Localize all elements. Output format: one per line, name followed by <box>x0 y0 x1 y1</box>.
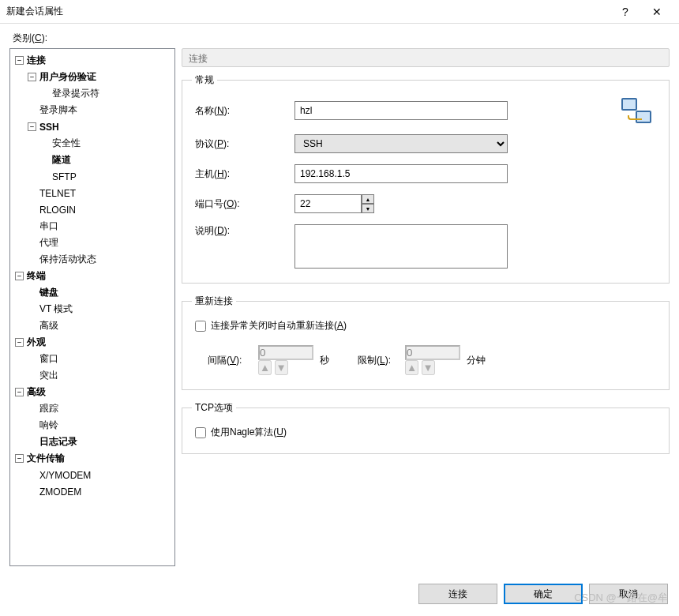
tree-item-label: 键盘 <box>39 286 58 299</box>
tree-item-label: 保持活动状态 <box>39 253 96 266</box>
tree-item-label: RLOGIN <box>39 205 76 216</box>
tree-item[interactable]: −用户身份验证 <box>10 69 174 85</box>
tree-item[interactable]: 键盘 <box>10 284 174 301</box>
panel-title: 连接 <box>182 48 670 67</box>
tree-item[interactable]: −终端 <box>10 268 174 284</box>
general-group: 常规 名称(N): 协议(P): SSH 主机(H): 端口号(O): <box>182 73 670 284</box>
auto-reconnect-label: 连接异常关闭时自动重新连接(A) <box>211 319 347 332</box>
tree-item[interactable]: ZMODEM <box>10 483 174 500</box>
port-up[interactable]: ▲ <box>362 194 374 204</box>
window-title: 新建会话属性 <box>6 5 610 18</box>
interval-spinner: ▲ ▼ <box>258 345 313 375</box>
host-label: 主机(H): <box>192 167 294 181</box>
tree-item-label: VT 模式 <box>39 302 73 316</box>
titlebar: 新建会话属性 ? ✕ <box>0 0 679 24</box>
host-input[interactable] <box>294 164 508 183</box>
general-legend: 常规 <box>192 73 217 87</box>
tree-item[interactable]: 突出 <box>10 367 174 384</box>
limit-down: ▼ <box>422 360 435 375</box>
tree-item[interactable]: 保持活动状态 <box>10 251 174 268</box>
tree-item-label: 突出 <box>39 369 58 382</box>
port-down[interactable]: ▼ <box>362 204 374 213</box>
tree-item[interactable]: −外观 <box>10 334 174 351</box>
tree-item[interactable]: 串口 <box>10 218 174 235</box>
tree-item-label: 连接 <box>27 54 46 67</box>
interval-up: ▲ <box>258 360 272 375</box>
tree-item-label: SFTP <box>52 171 77 182</box>
desc-textarea[interactable] <box>294 224 508 269</box>
connection-icon <box>621 98 651 123</box>
tree-item-label: 外观 <box>27 336 46 349</box>
reconnect-group: 重新连接 连接异常关闭时自动重新连接(A) 间隔(V): ▲ ▼ 秒 限制(L)… <box>182 295 670 390</box>
tree-item-label: 响铃 <box>39 419 58 432</box>
tree-item[interactable]: 高级 <box>10 317 174 334</box>
limit-label: 限制(L): <box>358 354 405 367</box>
category-label: 类别(C): <box>0 24 679 48</box>
tree-item-label: 代理 <box>39 236 58 250</box>
tree-item-label: SSH <box>39 122 59 133</box>
interval-input <box>258 345 313 360</box>
collapse-icon[interactable]: − <box>15 338 24 347</box>
tree-item-label: 窗口 <box>39 352 58 366</box>
tree-item-label: 安全性 <box>52 137 81 150</box>
footer: 连接 确定 取消 <box>0 576 679 612</box>
tree-item-label: 文件传输 <box>27 452 65 465</box>
tree-item[interactable]: VT 模式 <box>10 301 174 317</box>
limit-up: ▲ <box>405 360 418 375</box>
tree-item-label: 登录脚本 <box>39 103 77 117</box>
tree-item-label: 登录提示符 <box>52 87 99 100</box>
tree-item[interactable]: 登录提示符 <box>10 85 174 102</box>
tree-item-label: 用户身份验证 <box>39 70 96 84</box>
tree-item[interactable]: TELNET <box>10 185 174 201</box>
interval-unit: 秒 <box>320 354 329 367</box>
collapse-icon[interactable]: − <box>15 454 24 463</box>
help-button[interactable]: ? <box>610 0 641 24</box>
port-input[interactable] <box>294 194 362 213</box>
tree-item-label: 跟踪 <box>39 402 58 415</box>
auto-reconnect-checkbox[interactable] <box>195 321 206 332</box>
name-input[interactable] <box>294 101 508 120</box>
tree-item-label: X/YMODEM <box>39 470 91 481</box>
tree-item[interactable]: 响铃 <box>10 417 174 434</box>
collapse-icon[interactable]: − <box>15 272 24 280</box>
tree-item[interactable]: SFTP <box>10 168 174 185</box>
ok-button[interactable]: 确定 <box>504 584 583 604</box>
collapse-icon[interactable]: − <box>28 73 36 81</box>
tree-item-label: 串口 <box>39 220 58 233</box>
tree-item-label: 终端 <box>27 269 46 283</box>
tree-item[interactable]: 窗口 <box>10 351 174 367</box>
limit-input <box>405 345 460 360</box>
tree-item-label: TELNET <box>39 188 76 199</box>
cancel-button[interactable]: 取消 <box>589 584 668 604</box>
limit-spinner: ▲ ▼ <box>405 345 460 375</box>
desc-label: 说明(D): <box>192 224 294 238</box>
tree-item[interactable]: 跟踪 <box>10 400 174 417</box>
collapse-icon[interactable]: − <box>28 122 36 131</box>
nagle-label: 使用Nagle算法(U) <box>211 426 287 439</box>
tree-item[interactable]: −文件传输 <box>10 450 174 467</box>
tree-item[interactable]: −SSH <box>10 118 174 135</box>
tree-item-label: 高级 <box>39 319 58 332</box>
tree-item-label: 高级 <box>27 385 46 399</box>
tcp-legend: TCP选项 <box>192 401 236 415</box>
protocol-select[interactable]: SSH <box>294 134 508 153</box>
nagle-checkbox[interactable] <box>195 427 206 438</box>
close-button[interactable]: ✕ <box>641 0 673 24</box>
tree-item[interactable]: 登录脚本 <box>10 102 174 118</box>
category-tree[interactable]: −连接−用户身份验证登录提示符登录脚本−SSH安全性隧道SFTPTELNETRL… <box>9 48 175 566</box>
tree-item[interactable]: −连接 <box>10 52 174 69</box>
limit-unit: 分钟 <box>467 354 486 367</box>
collapse-icon[interactable]: − <box>15 56 24 65</box>
tree-item[interactable]: 代理 <box>10 235 174 251</box>
tree-item[interactable]: 日志记录 <box>10 434 174 450</box>
collapse-icon[interactable]: − <box>15 388 24 396</box>
tree-item[interactable]: 隧道 <box>10 152 174 168</box>
tree-item[interactable]: X/YMODEM <box>10 467 174 483</box>
tree-item[interactable]: −高级 <box>10 384 174 400</box>
name-label: 名称(N): <box>192 104 294 118</box>
tree-item-label: ZMODEM <box>39 486 81 498</box>
tree-item[interactable]: RLOGIN <box>10 201 174 218</box>
port-spinner[interactable]: ▲ ▼ <box>294 194 374 213</box>
tree-item[interactable]: 安全性 <box>10 135 174 152</box>
connect-button[interactable]: 连接 <box>418 584 497 604</box>
